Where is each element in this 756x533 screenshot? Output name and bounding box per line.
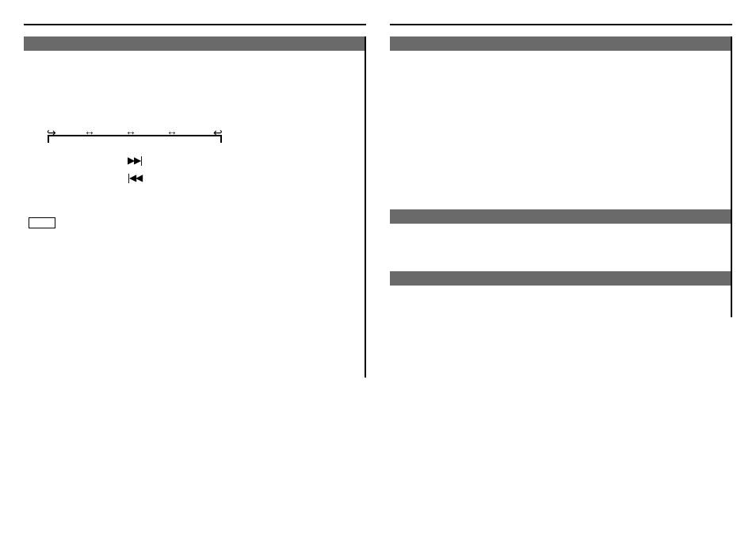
- forward-glyph-row: ▶▶|: [48, 152, 222, 167]
- right-rule-section-2: [731, 209, 732, 271]
- section-bar-right-2: [390, 209, 732, 224]
- section-bar-right-1: [390, 36, 732, 51]
- boxed-label: [29, 217, 55, 228]
- right-rule-left-section: [365, 36, 366, 378]
- track-diagram: ↪ ↔ ↔ ↔ ↩ ▶▶| |◀◀: [48, 130, 222, 186]
- arrow-segment-icon: ↔: [166, 127, 178, 138]
- section-bar-left: [24, 36, 366, 51]
- page: ↪ ↔ ↔ ↔ ↩ ▶▶| |◀◀: [0, 0, 756, 533]
- skip-forward-icon: ▶▶|: [128, 155, 142, 166]
- top-rule-left: [24, 24, 366, 25]
- skip-backward-icon: |◀◀: [128, 172, 142, 183]
- section-bar-right-3: [390, 271, 732, 286]
- reverse-glyph-row: |◀◀: [48, 170, 222, 184]
- section-gap: [390, 51, 732, 209]
- right-rule-section-1: [731, 36, 732, 209]
- arrow-end-icon: ↩: [213, 127, 223, 138]
- arrow-segment-icon: ↔: [125, 127, 136, 138]
- column-container: ↪ ↔ ↔ ↔ ↩ ▶▶| |◀◀: [24, 24, 732, 286]
- top-rule-right: [390, 24, 732, 25]
- left-column: ↪ ↔ ↔ ↔ ↩ ▶▶| |◀◀: [24, 24, 366, 286]
- right-rule-section-3: [731, 271, 732, 317]
- arrow-start-icon: ↪: [47, 127, 56, 138]
- arrow-segment-icon: ↔: [84, 127, 95, 138]
- right-column: [390, 24, 732, 286]
- section-gap: [390, 224, 732, 271]
